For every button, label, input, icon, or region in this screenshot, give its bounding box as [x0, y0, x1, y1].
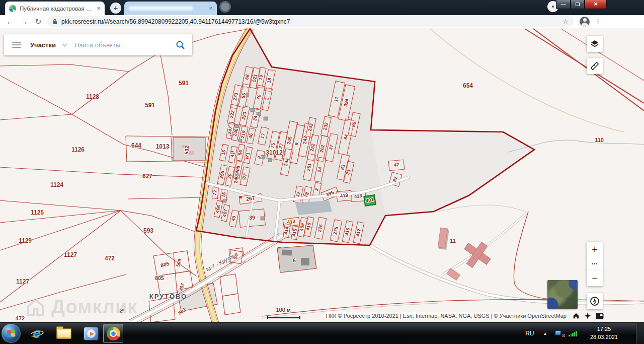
- tab-title: Публичная кадастровая карта: [20, 6, 93, 12]
- media-player-icon: [84, 327, 99, 340]
- zoom-more-button[interactable]: •••: [587, 258, 603, 270]
- parcel-label: 1126: [71, 146, 85, 153]
- parcel-label: 805: [155, 275, 164, 281]
- file-explorer-button[interactable]: [54, 323, 74, 343]
- window-minimize-button[interactable]: —: [556, 0, 571, 9]
- parcel-label: 46: [248, 132, 254, 139]
- parcel-label: 644: [131, 142, 141, 149]
- parcel-label: 68: [244, 74, 251, 80]
- parcel-label: 80: [351, 121, 357, 127]
- parcel-label: 30: [226, 173, 233, 179]
- search-icon[interactable]: [176, 40, 185, 50]
- screen: Публичная кадастровая карта × + × ▾ — × …: [0, 0, 644, 344]
- forward-button[interactable]: →: [17, 17, 31, 26]
- new-tab-button[interactable]: +: [110, 3, 121, 14]
- chrome-icon: [107, 327, 120, 340]
- tray-time: 17:25: [590, 325, 618, 333]
- folder-icon: [56, 328, 71, 339]
- chrome-taskbar-button[interactable]: [103, 324, 123, 343]
- parcel-label: 1129: [19, 237, 32, 244]
- parcel-label: 11: [450, 238, 456, 244]
- screen-icon[interactable]: [596, 313, 604, 319]
- signal-bars-icon[interactable]: [569, 330, 577, 336]
- parcel-label: 627: [142, 173, 152, 180]
- browser-toolbar: ← → ↻ pkk.rosreestr.ru/#/search/56.89942…: [0, 15, 644, 28]
- menu-icon[interactable]: [12, 42, 21, 48]
- parcel-label: 19: [258, 74, 264, 81]
- start-button[interactable]: [2, 324, 21, 343]
- show-desktop-button[interactable]: [636, 323, 644, 344]
- parcel-label: 508: [175, 258, 183, 267]
- zoom-panel: + ••• −: [587, 242, 603, 286]
- parcel-label: 77: [212, 189, 218, 196]
- search-category[interactable]: Участки: [30, 41, 56, 49]
- parcel-label: 1013: [156, 143, 170, 150]
- window-maximize-button[interactable]: [571, 0, 585, 9]
- parcel-label: 17: [260, 132, 266, 139]
- parcel-label: 591: [179, 80, 189, 87]
- place-label-krutovo: КРУТОВО: [144, 293, 192, 300]
- chevron-down-icon[interactable]: [62, 43, 67, 47]
- tab-cadastral-map[interactable]: Публичная кадастровая карта ×: [5, 2, 105, 15]
- star4-icon[interactable]: [584, 312, 591, 319]
- browser-menu-icon[interactable]: ⋮: [595, 18, 601, 25]
- compass-icon: [589, 296, 600, 307]
- zoom-out-button[interactable]: −: [587, 270, 603, 286]
- blurred-tab-close-icon[interactable]: ×: [209, 6, 212, 11]
- profile-avatar[interactable]: [580, 17, 590, 27]
- locate-button[interactable]: [587, 293, 603, 309]
- parcel-label: 418: [354, 193, 363, 199]
- home-icon[interactable]: [573, 312, 580, 319]
- parcel-label: 1124: [50, 181, 63, 188]
- window-close-button[interactable]: ×: [585, 0, 607, 9]
- bookmark-star-icon[interactable]: ☆: [562, 18, 569, 25]
- tray-date: 28.03.2021: [590, 333, 618, 341]
- scale-bar: [267, 316, 300, 319]
- address-bar[interactable]: pkk.rosreestr.ru/#/search/56.89942080992…: [47, 16, 574, 27]
- parcel-label: 27: [278, 143, 284, 149]
- parcel-label: 593: [143, 227, 153, 234]
- tab-close-icon[interactable]: ×: [97, 5, 101, 12]
- blurred-tab[interactable]: ×: [124, 2, 217, 15]
- parcel-label: 1125: [31, 209, 44, 216]
- parcel-label: 18: [266, 77, 273, 84]
- internet-explorer-button[interactable]: e: [27, 323, 47, 343]
- parcel-label: 654: [463, 82, 473, 89]
- network-error-icon[interactable]: ×: [555, 330, 564, 337]
- parcel-label: 805: [160, 260, 170, 268]
- tray-clock[interactable]: 17:25 28.03.2021: [590, 325, 618, 341]
- watermark-text: Домклик: [51, 296, 137, 318]
- reload-button[interactable]: ↻: [31, 17, 45, 26]
- parcel-label: 532: [183, 145, 190, 155]
- search-panel: Участки: [4, 34, 192, 55]
- road-m7: [129, 233, 285, 322]
- layers-icon: [590, 39, 600, 49]
- parcel-label: 267: [246, 195, 255, 202]
- language-indicator[interactable]: RU: [525, 330, 534, 337]
- parcel-label: 6: [293, 257, 296, 263]
- parcel-label: 1127: [64, 251, 77, 258]
- media-player-button[interactable]: [81, 323, 101, 343]
- back-button[interactable]: ←: [3, 17, 17, 26]
- parcel-label: 16: [220, 149, 227, 156]
- blurred-extension-icon[interactable]: [219, 1, 231, 13]
- ruler-icon: [590, 61, 600, 71]
- parcel-label: 83: [340, 164, 346, 170]
- window-controls: — ×: [556, 0, 607, 9]
- parcel-label: 1128: [86, 93, 99, 100]
- parcel-label: 56: [237, 149, 244, 156]
- layers-button[interactable]: [587, 36, 603, 52]
- tray-expand-icon[interactable]: ▲: [543, 331, 547, 336]
- overview-minimap[interactable]: [547, 280, 578, 309]
- lock-icon: [52, 19, 57, 25]
- watermark-house-icon: [25, 297, 46, 317]
- ruler-button[interactable]: [587, 58, 603, 74]
- map-canvas[interactable]: 1128591591644101362711261124112511291127…: [0, 28, 644, 322]
- parcel-label: 39: [249, 215, 255, 221]
- search-input[interactable]: [74, 41, 176, 49]
- cadastral-map-svg: 1128591591644101362711261124112511291127…: [0, 28, 644, 322]
- parcel-6-area[interactable]: [277, 245, 316, 272]
- zoom-in-button[interactable]: +: [587, 242, 603, 258]
- parcel-label: 31012: [266, 149, 283, 156]
- parcel-label: 472: [16, 315, 25, 321]
